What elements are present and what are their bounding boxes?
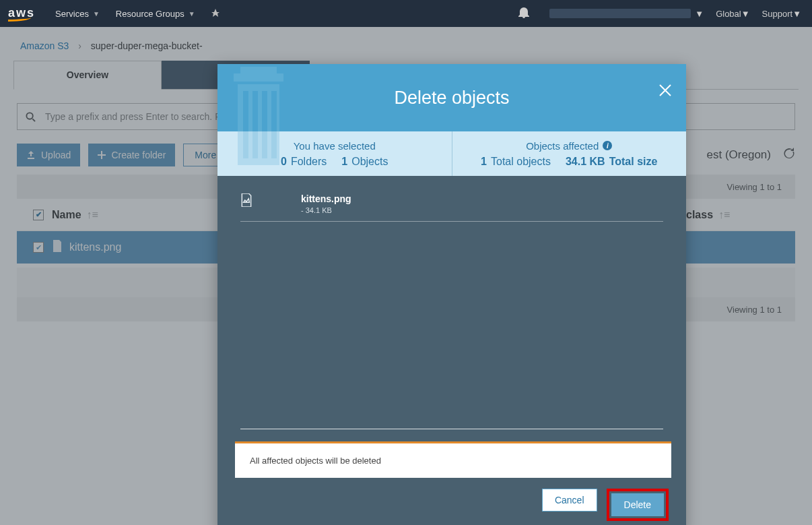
total-count: 1	[481, 156, 487, 167]
resource-groups-label: Resource Groups	[116, 9, 184, 19]
chevron-down-icon: ▼	[792, 9, 801, 19]
region-label: Global	[716, 9, 741, 19]
modal-body: kittens.png - 34.1 KB	[217, 176, 686, 429]
svg-rect-7	[262, 91, 267, 158]
chevron-down-icon: ▼	[93, 10, 100, 18]
region-menu[interactable]: Global ▼	[716, 9, 749, 19]
cancel-button[interactable]: Cancel	[542, 489, 597, 512]
warning-box: All affected objects will be deleted	[235, 441, 671, 478]
chevron-down-icon: ▼	[189, 10, 195, 18]
modal-divider	[240, 429, 663, 429]
modal-header: Delete objects	[217, 64, 686, 131]
support-label: Support	[762, 9, 793, 19]
total-label: Total objects	[491, 156, 551, 167]
objects-count: 1	[341, 156, 347, 167]
services-label: Services	[55, 9, 89, 19]
close-icon[interactable]	[658, 83, 673, 100]
main-content: Amazon S3 › super-duper-mega-bucket- Ove…	[0, 27, 812, 525]
support-menu[interactable]: Support ▼	[762, 9, 801, 19]
delete-highlight: Delete	[607, 489, 669, 521]
bell-icon[interactable]	[518, 6, 529, 21]
total-size-label: Total size	[609, 156, 658, 167]
aws-logo[interactable]: aws	[8, 6, 35, 22]
svg-rect-6	[252, 91, 258, 158]
resource-groups-menu[interactable]: Resource Groups ▼	[116, 9, 195, 19]
svg-rect-3	[234, 73, 283, 82]
svg-rect-8	[271, 91, 277, 158]
aws-smile-icon	[8, 18, 31, 22]
account-name-redacted	[549, 9, 691, 18]
delete-button[interactable]: Delete	[611, 493, 664, 516]
services-menu[interactable]: Services ▼	[55, 9, 100, 19]
svg-rect-2	[240, 67, 277, 73]
object-name: kittens.png	[301, 193, 351, 204]
summary-selected-title: You have selected	[294, 140, 376, 152]
total-size: 34.1 KB	[566, 156, 605, 167]
objects-label: Objects	[351, 156, 388, 167]
trash-icon	[224, 64, 298, 165]
warning-text: All affected objects will be deleted	[250, 456, 381, 466]
svg-rect-5	[243, 91, 248, 158]
delete-objects-modal: Delete objects You have selected 0Folder…	[217, 64, 686, 525]
object-row: kittens.png - 34.1 KB	[240, 187, 663, 222]
file-image-icon	[240, 193, 301, 210]
chevron-down-icon: ▼	[741, 9, 750, 19]
top-nav: aws Services ▼ Resource Groups ▼ ▼ Globa…	[0, 0, 812, 27]
modal-footer: Cancel Delete	[217, 478, 686, 525]
pin-icon[interactable]	[211, 9, 219, 18]
summary-affected-title: Objects affected	[526, 140, 599, 152]
object-size: - 34.1 KB	[301, 206, 351, 214]
modal-title: Delete objects	[394, 88, 509, 109]
chevron-down-icon: ▼	[695, 9, 704, 19]
info-icon[interactable]: i	[603, 141, 612, 150]
account-menu[interactable]: ▼	[549, 9, 704, 19]
summary-affected: Objects affected i 1Total objects 34.1 K…	[452, 131, 687, 176]
